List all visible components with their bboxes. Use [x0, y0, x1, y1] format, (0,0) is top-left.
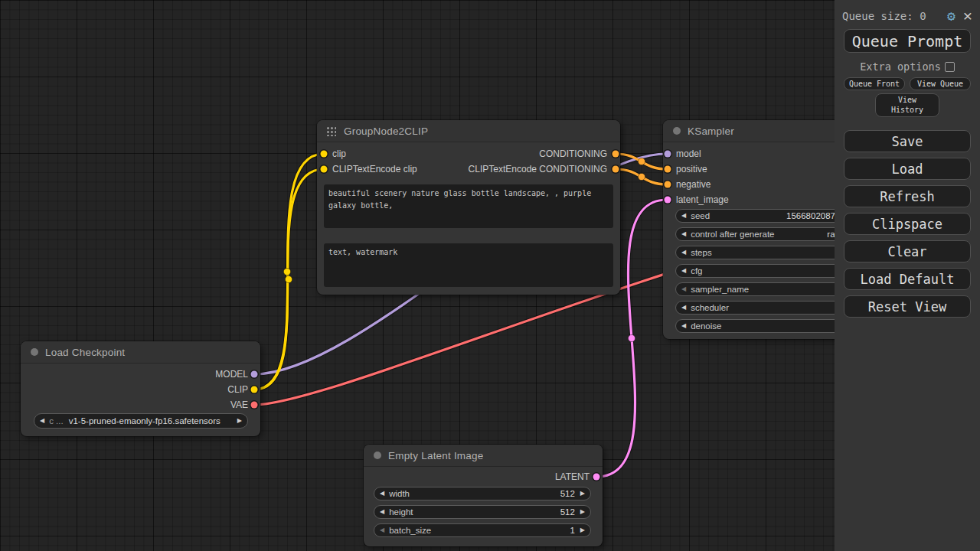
- load-button[interactable]: Load: [844, 158, 971, 180]
- node-title: GroupNode2CLIP: [344, 126, 428, 137]
- input-slot-model[interactable]: [665, 151, 671, 158]
- output-slot-cliptextencode-conditioning[interactable]: [612, 166, 619, 173]
- grip-icon: [326, 126, 336, 136]
- increment-arrow-icon[interactable]: ▶: [580, 509, 585, 515]
- output-slot-latent[interactable]: [593, 474, 600, 481]
- settings-gear-icon[interactable]: ⚙: [947, 9, 956, 23]
- increment-arrow-icon[interactable]: ▶: [580, 527, 585, 533]
- output-slot-model[interactable]: [251, 371, 258, 378]
- collapse-dot[interactable]: [31, 348, 38, 356]
- node-groupnode2clip[interactable]: GroupNode2CLIP clip CLIPTextEncode clip …: [317, 120, 620, 295]
- view-history-button[interactable]: View History: [875, 93, 939, 117]
- widget-width[interactable]: ◀ width 512 ▶: [374, 487, 591, 500]
- next-option-arrow-icon[interactable]: ▶: [237, 418, 242, 424]
- decrement-arrow-icon[interactable]: ◀: [681, 305, 686, 311]
- clipspace-button[interactable]: Clipspace: [844, 213, 971, 235]
- increment-arrow-icon[interactable]: ▶: [580, 491, 585, 497]
- extra-options-checkbox[interactable]: [945, 62, 955, 72]
- decrement-arrow-icon[interactable]: ◀: [380, 509, 384, 515]
- node-header[interactable]: GroupNode2CLIP: [317, 120, 620, 142]
- node-empty-latent-image[interactable]: Empty Latent Image LATENT ◀ width 512 ▶ …: [364, 445, 603, 546]
- node-load-checkpoint[interactable]: Load Checkpoint MODEL CLIP VAE ◀ c ... v…: [21, 341, 260, 436]
- load-default-button[interactable]: Load Default: [844, 268, 971, 290]
- widget-height[interactable]: ◀ height 512 ▶: [374, 505, 591, 519]
- queue-front-button[interactable]: Queue Front: [844, 77, 905, 90]
- queue-size-label: Queue size: 0: [842, 10, 926, 22]
- save-button[interactable]: Save: [844, 130, 971, 152]
- collapse-dot[interactable]: [374, 452, 381, 459]
- input-slot-negative[interactable]: [665, 181, 671, 188]
- collapse-dot[interactable]: [673, 127, 681, 135]
- clear-button[interactable]: Clear: [844, 240, 971, 262]
- node-header[interactable]: Load Checkpoint: [21, 341, 260, 364]
- node-header[interactable]: Empty Latent Image: [364, 445, 603, 467]
- extra-options-label: Extra options: [860, 60, 941, 73]
- output-slot-conditioning[interactable]: [612, 151, 619, 158]
- node-title: Empty Latent Image: [388, 450, 483, 461]
- decrement-arrow-icon[interactable]: ◀: [681, 249, 686, 256]
- node-title: Load Checkpoint: [45, 347, 125, 358]
- widget-batch-size[interactable]: ◀ batch_size 1 ▶: [374, 523, 591, 537]
- comfy-menu-sidebar: Queue size: 0 ⚙ × Queue Prompt Extra opt…: [835, 0, 980, 551]
- decrement-arrow-icon[interactable]: ◀: [681, 268, 686, 274]
- refresh-button[interactable]: Refresh: [844, 185, 971, 207]
- node-title: KSampler: [688, 126, 734, 137]
- decrement-arrow-icon[interactable]: ◀: [380, 527, 384, 533]
- positive-prompt-textarea[interactable]: beautiful scenery nature glass bottle la…: [324, 184, 613, 228]
- input-slot-positive[interactable]: [665, 166, 671, 173]
- close-icon[interactable]: ×: [963, 8, 972, 24]
- negative-prompt-textarea[interactable]: text, watermark: [324, 243, 613, 287]
- queue-prompt-button[interactable]: Queue Prompt: [844, 29, 971, 53]
- output-slot-vae[interactable]: [251, 402, 258, 409]
- decrement-arrow-icon[interactable]: ◀: [681, 323, 686, 329]
- output-slot-clip[interactable]: [251, 386, 258, 393]
- decrement-arrow-icon[interactable]: ◀: [681, 213, 686, 219]
- reset-view-button[interactable]: Reset View: [844, 295, 971, 318]
- input-slot-clip[interactable]: [321, 151, 328, 158]
- decrement-arrow-icon[interactable]: ◀: [681, 231, 686, 237]
- decrement-arrow-icon[interactable]: ◀: [681, 286, 686, 292]
- widget-ckpt-name[interactable]: ◀ c ... v1-5-pruned-emaonly-fp16.safeten…: [34, 413, 248, 429]
- prev-option-arrow-icon[interactable]: ◀: [40, 418, 44, 424]
- decrement-arrow-icon[interactable]: ◀: [380, 491, 384, 497]
- input-slot-latent-image[interactable]: [665, 197, 671, 204]
- input-slot-cliptextencode-clip[interactable]: [321, 166, 328, 173]
- view-queue-button[interactable]: View Queue: [910, 77, 971, 90]
